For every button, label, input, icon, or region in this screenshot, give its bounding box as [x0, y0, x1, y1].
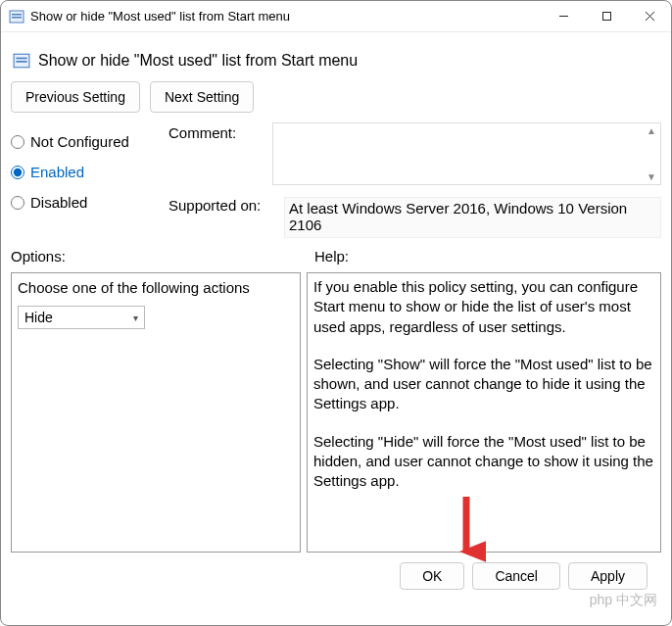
action-select[interactable]: Hide ▾ [18, 306, 145, 329]
titlebar-text: Show or hide "Most used" list from Start… [30, 9, 542, 24]
radio-disabled-label: Disabled [30, 194, 87, 211]
comment-textarea[interactable]: ▲ ▼ [272, 122, 661, 185]
radio-enabled-label: Enabled [30, 164, 84, 180]
help-paragraph: Selecting "Hide" will force the "Most us… [313, 432, 654, 492]
scroll-down-icon: ▼ [647, 171, 656, 182]
radio-disabled-input[interactable] [11, 196, 24, 210]
svg-rect-2 [12, 17, 22, 19]
scroll-up-icon: ▲ [647, 125, 656, 136]
radio-not-configured-label: Not Configured [30, 133, 129, 150]
page-header: Show or hide "Most used" list from Start… [11, 40, 661, 81]
page-title: Show or hide "Most used" list from Start… [38, 52, 358, 70]
policy-icon [9, 9, 24, 24]
titlebar: Show or hide "Most used" list from Start… [1, 1, 671, 32]
radio-disabled[interactable]: Disabled [11, 187, 163, 217]
svg-rect-8 [16, 58, 26, 60]
window-controls [542, 1, 671, 32]
chevron-down-icon: ▾ [133, 313, 138, 323]
comment-label: Comment: [168, 122, 266, 141]
radio-enabled[interactable]: Enabled [11, 157, 163, 187]
maximize-button[interactable] [585, 1, 628, 32]
svg-rect-9 [16, 61, 26, 63]
cancel-button[interactable]: Cancel [472, 562, 560, 590]
options-prompt: Choose one of the following actions [18, 279, 294, 296]
ok-button[interactable]: OK [400, 562, 464, 590]
next-setting-button[interactable]: Next Setting [150, 81, 254, 113]
options-label: Options: [11, 248, 307, 265]
close-button[interactable] [628, 1, 671, 32]
supported-on-value: At least Windows Server 2016, Windows 10… [284, 197, 661, 238]
minimize-button[interactable] [542, 1, 585, 32]
svg-rect-4 [602, 13, 610, 21]
help-paragraph: Selecting "Show" will force the "Most us… [313, 355, 654, 414]
help-label: Help: [307, 248, 349, 265]
radio-not-configured[interactable]: Not Configured [11, 126, 163, 157]
supported-on-label: Supported on: [168, 197, 278, 238]
policy-icon [13, 52, 30, 70]
options-panel: Choose one of the following actions Hide… [11, 272, 301, 553]
previous-setting-button[interactable]: Previous Setting [11, 81, 140, 113]
svg-rect-1 [12, 14, 22, 16]
radio-enabled-input[interactable] [11, 166, 24, 179]
apply-button[interactable]: Apply [568, 562, 648, 590]
help-panel: If you enable this policy setting, you c… [307, 272, 661, 553]
action-select-value: Hide [24, 310, 53, 325]
radio-not-configured-input[interactable] [11, 135, 24, 149]
help-paragraph: If you enable this policy setting, you c… [313, 277, 654, 337]
